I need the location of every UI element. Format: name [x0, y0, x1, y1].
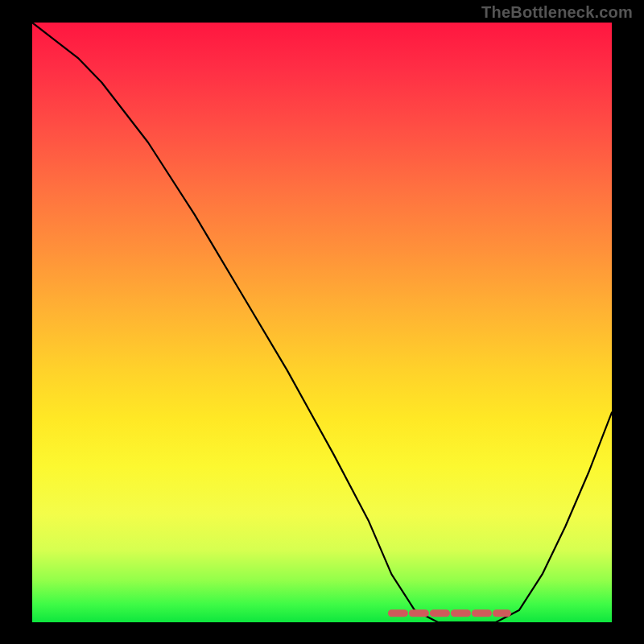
chart-frame: TheBottleneck.com — [0, 0, 644, 644]
watermark-text: TheBottleneck.com — [481, 3, 633, 22]
curve-svg — [32, 23, 612, 622]
plot-area — [32, 23, 612, 622]
bottleneck-curve-path — [32, 23, 612, 622]
